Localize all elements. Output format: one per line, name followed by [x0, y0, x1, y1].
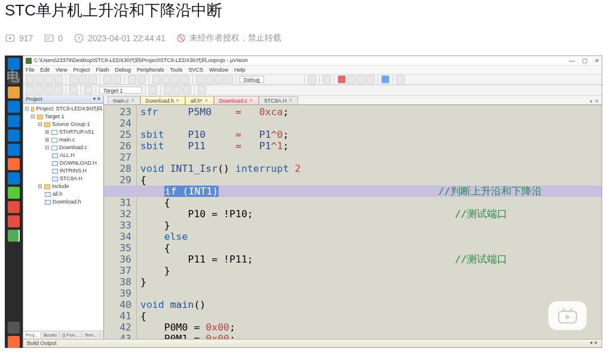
manage[interactable]	[173, 86, 182, 94]
options[interactable]	[149, 86, 157, 94]
paste-button[interactable]	[88, 75, 97, 84]
tree-file[interactable]: ALL.H	[60, 152, 75, 159]
manage[interactable]	[183, 86, 191, 94]
panel-pin-icon[interactable]: ▾ ✕	[590, 340, 598, 347]
tree-file[interactable]: Download.h	[53, 198, 81, 206]
taskbar-icon[interactable]	[8, 115, 20, 127]
keil-icon[interactable]	[8, 230, 20, 242]
footer-tab[interactable]: Books	[41, 332, 60, 338]
editor-tab[interactable]: Download.c✕	[214, 96, 259, 104]
bp-list[interactable]	[366, 75, 375, 84]
code-content[interactable]: sfr P5M0 = 0xca; sbit P10 = P1^0;sbit P1…	[137, 105, 602, 339]
nav-back[interactable]	[128, 75, 136, 84]
video-screenshot[interactable]: 电 C:\Users\23379\Desktop\STC8-LEDX30代码\P…	[5, 55, 602, 348]
editor-tab-active[interactable]: all.h*✕	[185, 96, 214, 104]
batch[interactable]	[54, 86, 63, 94]
editor-tab[interactable]: Download.h✕	[140, 96, 186, 104]
taskbar-icon[interactable]	[8, 101, 20, 113]
menu-svcs[interactable]: SVCS	[189, 67, 204, 73]
tree-group[interactable]: Source Group 1	[52, 121, 90, 128]
minimize-button[interactable]: —	[569, 57, 575, 64]
bookmark[interactable]	[181, 75, 189, 84]
translate[interactable]	[26, 86, 34, 94]
tree-file[interactable]: main.c	[59, 136, 75, 144]
code-view[interactable]: 2324252627282930313233343536373839404142…	[104, 105, 602, 339]
tab-close-icon[interactable]: ✕	[289, 98, 293, 103]
comment[interactable]	[215, 75, 223, 84]
target-combo[interactable]: Target 1	[99, 87, 142, 94]
explorer-icon[interactable]	[8, 87, 20, 98]
taskbar-icon[interactable]	[8, 215, 20, 227]
copy-button[interactable]	[79, 75, 87, 84]
menu-flash[interactable]: Flash	[96, 67, 109, 73]
manage[interactable]	[164, 86, 172, 94]
editor-tab[interactable]: main.c✕	[108, 96, 140, 104]
tool[interactable]	[396, 75, 404, 84]
menu-project[interactable]: Project	[73, 67, 90, 73]
menu-view[interactable]: View	[56, 67, 67, 73]
taskbar-icon[interactable]	[8, 158, 20, 170]
bookmark[interactable]	[171, 75, 180, 84]
bookmark[interactable]	[162, 75, 170, 84]
outdent[interactable]	[206, 75, 214, 84]
footer-tab[interactable]: Tem...	[82, 332, 100, 338]
project-tree[interactable]: ⊟Project: STC8-LEDX30代码 ⊟Target 1 ⊟Sourc…	[23, 104, 103, 331]
save-all-button[interactable]	[54, 75, 63, 84]
taskbar-icon[interactable]	[8, 336, 20, 348]
new-button[interactable]	[26, 75, 34, 84]
video-play-badge[interactable]	[548, 301, 587, 330]
footer-tab[interactable]: {} Fun...	[60, 332, 82, 338]
menu-tools[interactable]: Tools	[170, 67, 182, 73]
rebuild[interactable]	[45, 86, 53, 94]
taskbar-icon[interactable]	[8, 187, 20, 199]
tree-file[interactable]: INTRINS.H	[60, 167, 87, 175]
tab-strip-controls[interactable]: ▾ ✕	[590, 98, 602, 104]
bookmark[interactable]	[152, 75, 161, 84]
tree-root[interactable]: Project: STC8-LEDX30代码	[36, 105, 102, 113]
nav-fwd[interactable]	[137, 75, 146, 84]
tree-file[interactable]: DOWNLOAD.H	[60, 159, 97, 167]
tab-close-icon[interactable]: ✕	[176, 98, 180, 103]
window-btn[interactable]	[381, 75, 390, 84]
editor-tab[interactable]: STC8A.H✕	[259, 96, 298, 104]
find[interactable]	[308, 75, 316, 84]
tree-target[interactable]: Target 1	[45, 113, 65, 121]
redo-button[interactable]	[113, 75, 121, 84]
uncomment[interactable]	[225, 75, 233, 84]
debug-combo[interactable]: Debug	[240, 76, 264, 83]
footer-tab[interactable]: Proj...	[23, 332, 41, 338]
tree-file[interactable]: all.h	[53, 190, 63, 198]
maximize-button[interactable]: ▢	[582, 57, 587, 64]
tab-close-icon[interactable]: ✕	[131, 98, 135, 103]
menu-help[interactable]: Help	[234, 67, 246, 73]
indent[interactable]	[196, 75, 204, 84]
menu-edit[interactable]: Edit	[41, 67, 50, 73]
close-button[interactable]: ✕	[594, 57, 599, 64]
tab-close-icon[interactable]: ✕	[249, 98, 253, 103]
tree-include[interactable]: include	[52, 183, 69, 190]
menu-file[interactable]: File	[26, 67, 35, 73]
menu-debug[interactable]: Debug	[115, 67, 131, 73]
taskbar-icon[interactable]	[8, 201, 20, 213]
undo-button[interactable]	[103, 75, 112, 84]
stop-build[interactable]	[69, 86, 78, 94]
tab-close-icon[interactable]: ✕	[204, 98, 209, 103]
tree-file[interactable]: STARTUP.A51	[59, 128, 94, 136]
taskbar-icon[interactable]	[8, 144, 20, 156]
open-button[interactable]	[35, 75, 44, 84]
download[interactable]	[84, 86, 93, 94]
config[interactable]	[323, 75, 331, 84]
disable-bp[interactable]	[347, 75, 355, 84]
build[interactable]	[35, 86, 44, 94]
taskbar-icon[interactable]	[8, 322, 20, 334]
tree-file[interactable]: STC8A.H	[60, 175, 82, 183]
taskbar-icon[interactable]	[8, 129, 20, 141]
kill-bp[interactable]	[357, 75, 365, 84]
save-button[interactable]	[45, 75, 53, 84]
taskbar-icon[interactable]	[8, 172, 20, 184]
menu-peripherals[interactable]: Peripherals	[137, 67, 164, 73]
husk[interactable]	[198, 86, 206, 94]
panel-pin-icon[interactable]: ▾ ✕	[93, 96, 101, 103]
menu-window[interactable]: Window	[209, 67, 228, 73]
cut-button[interactable]	[69, 75, 78, 84]
